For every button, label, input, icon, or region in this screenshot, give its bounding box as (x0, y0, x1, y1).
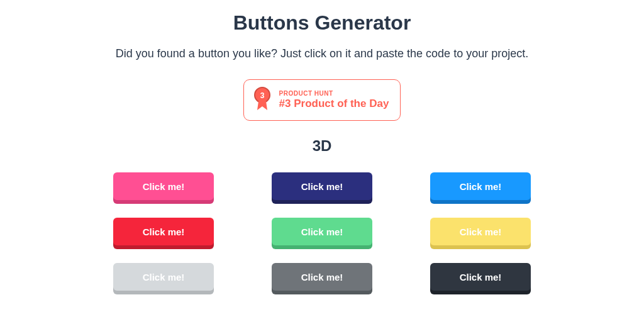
button-3d-lightgrey[interactable]: Click me! (113, 263, 214, 291)
button-3d-grey[interactable]: Click me! (272, 263, 372, 291)
page-subtitle: Did you found a button you like? Just cl… (116, 47, 528, 60)
svg-text:3: 3 (260, 91, 264, 100)
award-icon: 3 (253, 86, 272, 114)
button-3d-blue[interactable]: Click me! (430, 172, 531, 200)
product-hunt-badge[interactable]: 3 PRODUCT HUNT #3 Product of the Day (243, 79, 401, 121)
button-3d-navy[interactable]: Click me! (272, 172, 372, 200)
badge-text: PRODUCT HUNT #3 Product of the Day (279, 90, 389, 110)
badge-bottom-text: #3 Product of the Day (279, 98, 389, 110)
button-3d-green[interactable]: Click me! (272, 218, 372, 245)
button-3d-yellow[interactable]: Click me! (430, 218, 531, 245)
button-3d-red[interactable]: Click me! (113, 218, 214, 245)
section-title: 3D (313, 137, 332, 155)
page-title: Buttons Generator (233, 11, 411, 35)
badge-top-text: PRODUCT HUNT (279, 90, 389, 98)
button-3d-pink[interactable]: Click me! (113, 172, 214, 200)
buttons-grid: Click me! Click me! Click me! Click me! … (113, 172, 531, 291)
button-3d-dark[interactable]: Click me! (430, 263, 531, 291)
